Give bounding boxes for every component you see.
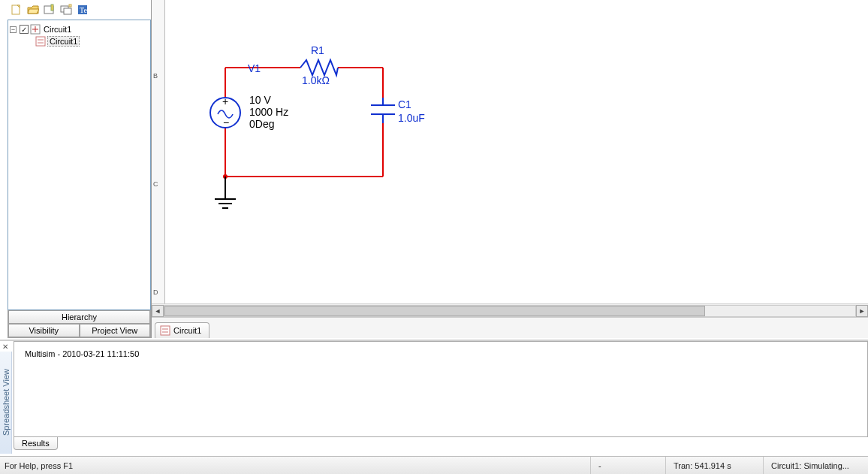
ruler-mark: C (153, 180, 158, 188)
scroll-track[interactable] (164, 305, 856, 317)
schematic-page-icon (35, 36, 46, 47)
new-file-icon[interactable] (11, 4, 23, 16)
close-icon[interactable]: ✕ (2, 343, 10, 350)
r1-ref: R1 (311, 44, 324, 56)
spreadsheet-title: Spreadsheet View (2, 369, 11, 436)
tree-child-label[interactable]: Circuit1 (47, 36, 80, 47)
schematic-root-icon (30, 24, 41, 35)
status-tran: Tran: 541.914 s (665, 457, 763, 474)
document-tabs: Circuit1 (152, 317, 868, 338)
svg-rect-5 (51, 5, 53, 11)
tab-project-view[interactable]: Project View (80, 324, 151, 337)
tree-child[interactable]: Circuit1 (10, 35, 149, 47)
canvas-area: B C D (152, 0, 868, 338)
c1-ref: C1 (398, 98, 411, 110)
svg-text:Te: Te (80, 6, 87, 14)
schematic-page-icon (160, 325, 170, 336)
circuit-drawing[interactable]: + − V1 10 V 1000 Hz 0Deg R1 1.0 (203, 30, 578, 255)
svg-text:+: + (222, 95, 228, 107)
ruler-mark: B (153, 72, 158, 80)
tree-root-label[interactable]: Circuit1 (42, 25, 73, 34)
v1-phase: 0Deg (249, 118, 274, 130)
scroll-thumb[interactable] (164, 306, 705, 316)
rename-icon[interactable] (44, 4, 56, 16)
scroll-left-icon[interactable]: ◄ (152, 305, 164, 317)
v1-voltage: 10 V (249, 94, 271, 106)
svg-rect-36 (161, 326, 170, 335)
v1-ref: V1 (248, 62, 261, 74)
log-row: Multisim - 2010-03-21 11:11:50 (25, 349, 857, 358)
status-sim: Circuit1: Simulating... (763, 457, 868, 474)
r1-value: 1.0kΩ (302, 74, 330, 86)
design-tree[interactable]: − ✓ Circuit1 Circuit1 (8, 20, 151, 310)
spreadsheet-tabs: Results (14, 437, 58, 454)
c1-value: 1.0uF (398, 112, 425, 124)
schematic-canvas[interactable]: + − V1 10 V 1000 Hz 0Deg R1 1.0 (165, 0, 868, 303)
log-app: Multisim (25, 349, 55, 358)
svg-rect-7 (64, 8, 71, 14)
svg-rect-14 (36, 37, 45, 46)
spreadsheet-pane: ✕ Spreadsheet View Multisim - 2010-03-21… (0, 340, 868, 454)
checkbox-icon[interactable]: ✓ (20, 25, 29, 34)
ruler-mark: D (153, 288, 158, 296)
status-help: For Help, press F1 (0, 457, 80, 474)
svg-rect-8 (69, 5, 71, 7)
svg-marker-3 (28, 9, 39, 14)
scroll-right-icon[interactable]: ► (856, 305, 868, 317)
sidebar-toolbar: Te (8, 0, 151, 20)
collapse-icon[interactable]: − (10, 26, 17, 33)
tag-icon[interactable]: Te (77, 4, 89, 16)
new-window-icon[interactable] (60, 4, 72, 16)
doc-tab-circuit1[interactable]: Circuit1 (155, 322, 209, 338)
v1-freq: 1000 Hz (249, 106, 288, 118)
status-mid: - (590, 457, 665, 474)
spreadsheet-body[interactable]: Multisim - 2010-03-21 11:11:50 (14, 341, 868, 437)
design-sidebar: Te − ✓ Circuit1 Circuit1 Hierarchy (8, 0, 152, 338)
svg-text:−: − (223, 116, 229, 128)
status-bar: For Help, press F1 - Tran: 541.914 s Cir… (0, 456, 868, 474)
tree-root[interactable]: − ✓ Circuit1 (10, 23, 149, 35)
log-timestamp: 2010-03-21 11:11:50 (62, 349, 139, 358)
tab-hierarchy[interactable]: Hierarchy (8, 310, 150, 324)
tab-results[interactable]: Results (14, 437, 58, 450)
open-folder-icon[interactable] (27, 4, 39, 16)
horizontal-scrollbar[interactable]: ◄ ► (152, 303, 868, 317)
tab-visibility[interactable]: Visibility (8, 324, 80, 337)
vertical-ruler: B C D (152, 0, 165, 312)
sidebar-tabs: Hierarchy Visibility Project View (8, 310, 151, 338)
spreadsheet-title-bar[interactable]: Spreadsheet View (0, 352, 12, 454)
doc-tab-label: Circuit1 (173, 326, 201, 335)
